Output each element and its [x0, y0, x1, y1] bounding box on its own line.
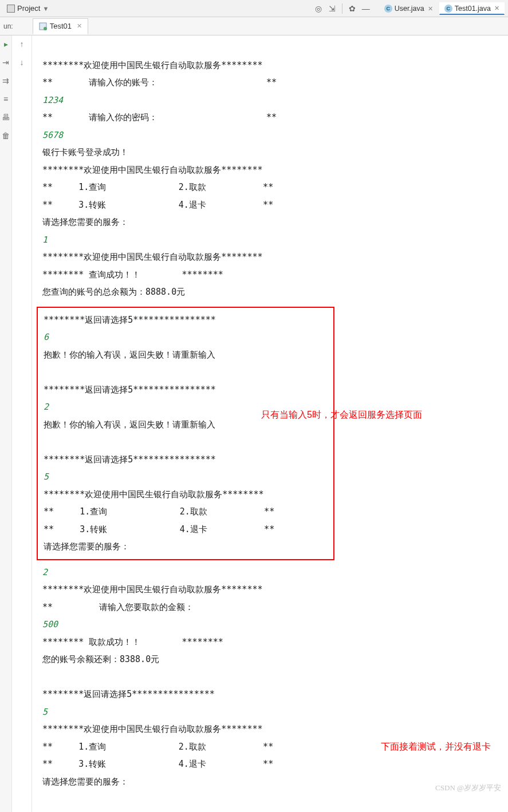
output-line: 抱歉！你的输入有误，返回失败！请重新输入 [44, 419, 215, 430]
run-tab-label: Test01 [50, 22, 72, 30]
output-line: ********欢迎使用中国民生银行自动取款服务******** [42, 584, 263, 595]
chevron-down-icon: ▼ [42, 5, 49, 12]
main-area: ▸ ⇥ ⇉ ≡ 🖶 🗑 ↑ ↓ ********欢迎使用中国民生银行自动取款服务… [0, 35, 508, 812]
svg-point-1 [44, 27, 47, 30]
project-label: Project [17, 4, 40, 13]
output-line: 请选择您需要的服务： [44, 541, 129, 552]
output-line: 请选择您需要的服务： [42, 777, 128, 787]
tab-user-java[interactable]: C User.java ✕ [379, 2, 438, 14]
input-line: 5 [42, 707, 48, 717]
down-arrow-icon[interactable]: ↓ [17, 57, 27, 68]
output-line: ********欢迎使用中国民生银行自动取款服务******** [42, 165, 263, 175]
watermark: CSDN @岁岁岁平安 [435, 783, 501, 793]
output-line: ********欢迎使用中国民生银行自动取款服务******** [42, 60, 263, 70]
output-line: ** 请输入你的账号： ** [42, 77, 277, 88]
input-line: 5678 [42, 130, 63, 140]
output-line: 您的账号余额还剩：8388.0元 [42, 654, 159, 664]
close-icon[interactable]: ✕ [428, 5, 433, 13]
tab-label: Test01.java [455, 5, 491, 13]
separator [342, 3, 342, 14]
output-line: 您查询的账号的总余额为：8888.0元 [42, 287, 185, 297]
tab-label: User.java [395, 5, 424, 13]
minimize-icon[interactable]: — [361, 3, 371, 14]
left-gutter: ▸ ⇥ ⇉ ≡ 🖶 🗑 [0, 35, 12, 812]
input-line: 1234 [42, 95, 63, 105]
output-line: ********返回请选择5**************** [42, 689, 215, 699]
output-line: 抱歉！你的输入有误，返回失败！请重新输入 [44, 350, 215, 360]
output-line: 请选择您需要的服务： [42, 217, 128, 227]
project-dropdown[interactable]: Project ▼ [3, 3, 52, 14]
output-line: ********返回请选择5**************** [44, 385, 216, 395]
input-line: 5 [44, 472, 49, 482]
output-line: ******** 取款成功！！ ******** [42, 637, 223, 647]
output-line: ** 请输入您要取款的金额： [42, 602, 194, 612]
run-tab-test01[interactable]: Test01 ✕ [33, 18, 88, 34]
run-label: un: [0, 22, 17, 30]
output-line: ********欢迎使用中国民生银行自动取款服务******** [44, 489, 264, 500]
annotation-box: ********返回请选择5**************** 6 抱歉！你的输入… [37, 307, 334, 560]
target-icon[interactable]: ◎ [313, 3, 324, 14]
output-line: 银行卡账号登录成功！ [42, 147, 128, 157]
output-line: ** 1.查询 2.取款 ** [44, 506, 274, 517]
print-icon[interactable]: 🖶 [1, 112, 11, 122]
output-line: ** 请输入你的密码： ** [42, 112, 277, 122]
output-line: ** 3.转账 4.退卡 ** [44, 524, 274, 534]
output-line: ** 1.查询 2.取款 ** [42, 182, 273, 192]
run-bar: un: Test01 ✕ [0, 17, 508, 35]
output-line: ********欢迎使用中国民生银行自动取款服务******** [42, 724, 263, 734]
output-line: ********返回请选择5**************** [44, 315, 216, 325]
close-icon[interactable]: ✕ [77, 22, 82, 30]
toggle-icon[interactable]: ⇥ [1, 57, 11, 68]
java-class-icon: C [384, 5, 392, 13]
tab-test01-java[interactable]: C Test01.java ✕ [439, 2, 505, 15]
console-output[interactable]: ********欢迎使用中国民生银行自动取款服务******** ** 请输入你… [32, 35, 508, 812]
output-line: ** 3.转账 4.退卡 ** [42, 200, 273, 210]
expand-icon[interactable]: ⇲ [327, 3, 337, 14]
output-line: ** 3.转账 4.退卡 ** [42, 759, 273, 769]
output-line: ** 1.查询 2.取款 ** [42, 742, 273, 752]
trash-icon[interactable]: 🗑 [1, 130, 11, 141]
up-arrow-icon[interactable]: ↑ [17, 39, 27, 49]
input-line: 6 [44, 332, 49, 342]
input-line: 500 [42, 619, 58, 629]
file-tabs: C User.java ✕ C Test01.java ✕ [379, 2, 505, 15]
annotation-text: 下面接着测试，并没有退卡 [381, 738, 491, 756]
wrap-icon[interactable]: ⇉ [1, 76, 11, 86]
scroll-icon[interactable]: ≡ [1, 94, 11, 104]
annotation-text: 只有当输入5时，才会返回服务选择页面 [261, 406, 422, 424]
output-line: ********返回请选择5**************** [44, 454, 216, 465]
arrow-gutter: ↑ ↓ [12, 35, 32, 812]
main-toolbar: Project ▼ ◎ ⇲ ✿ — C User.java ✕ C Test01… [0, 0, 508, 17]
input-line: 2 [42, 567, 48, 577]
input-line: 2 [44, 402, 49, 412]
project-icon [7, 5, 15, 13]
settings-icon[interactable]: ✿ [347, 3, 357, 14]
output-line: ********欢迎使用中国民生银行自动取款服务******** [42, 252, 263, 262]
run-icon[interactable]: ▸ [1, 39, 11, 49]
close-icon[interactable]: ✕ [494, 5, 499, 12]
output-line: ******** 查询成功！！ ******** [42, 270, 223, 280]
run-config-icon [39, 22, 47, 30]
java-class-icon: C [444, 5, 452, 13]
input-line: 1 [42, 235, 48, 245]
